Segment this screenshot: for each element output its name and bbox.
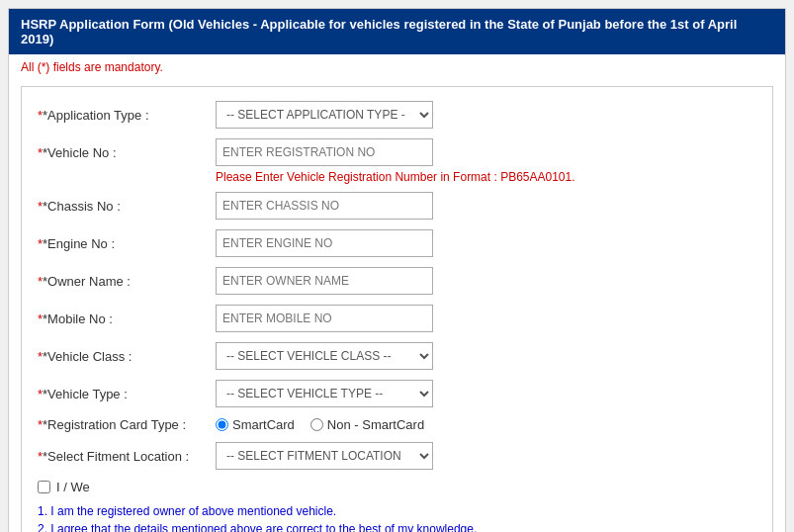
fitment-location-label: **Select Fitment Location : <box>38 449 216 464</box>
vehicle-no-label: **Vehicle No : <box>38 145 216 160</box>
reg-card-radio-group: SmartCard Non - SmartCard <box>216 417 424 432</box>
vehicle-hint: Please Enter Vehicle Registration Number… <box>216 170 756 184</box>
iwe-checkbox[interactable] <box>38 481 50 493</box>
fitment-location-select[interactable]: -- SELECT FITMENT LOCATION <box>216 442 433 470</box>
engine-no-label: **Engine No : <box>38 236 216 251</box>
smartcard-radio[interactable] <box>216 418 228 431</box>
non-smartcard-label: Non - SmartCard <box>327 417 424 432</box>
application-type-row: **Application Type : -- SELECT APPLICATI… <box>38 101 756 129</box>
vehicle-no-row: **Vehicle No : <box>38 138 756 166</box>
page-wrapper: HSRP Application Form (Old Vehicles - Ap… <box>8 8 786 532</box>
vehicle-class-row: **Vehicle Class : -- SELECT VEHICLE CLAS… <box>38 342 756 370</box>
iwe-checkbox-row: I / We <box>38 480 756 494</box>
non-smartcard-radio[interactable] <box>310 418 323 431</box>
owner-name-row: **Owner Name : <box>38 267 756 295</box>
vehicle-type-select[interactable]: -- SELECT VEHICLE TYPE -- <box>216 380 433 407</box>
mobile-no-label: **Mobile No : <box>38 311 216 326</box>
terms-item-1: 1. I am the registered owner of above me… <box>38 504 756 518</box>
smartcard-label: SmartCard <box>232 417 295 432</box>
fitment-location-row: **Select Fitment Location : -- SELECT FI… <box>38 442 756 470</box>
engine-no-row: **Engine No : <box>38 229 756 257</box>
smartcard-option[interactable]: SmartCard <box>216 417 295 432</box>
vehicle-type-label: **Vehicle Type : <box>38 387 216 401</box>
vehicle-no-input[interactable] <box>216 138 433 166</box>
vehicle-type-row: **Vehicle Type : -- SELECT VEHICLE TYPE … <box>38 380 756 407</box>
owner-name-input[interactable] <box>216 267 433 295</box>
chassis-no-row: **Chassis No : <box>38 192 756 220</box>
application-type-label: **Application Type : <box>38 108 216 123</box>
application-type-select[interactable]: -- SELECT APPLICATION TYPE - <box>216 101 433 129</box>
reg-card-type-row: **Registration Card Type : SmartCard Non… <box>38 417 756 432</box>
engine-no-input[interactable] <box>216 229 433 257</box>
mobile-no-row: **Mobile No : <box>38 305 756 332</box>
chassis-no-input[interactable] <box>216 192 433 220</box>
page-header: HSRP Application Form (Old Vehicles - Ap… <box>9 9 785 54</box>
terms-section: 1. I am the registered owner of above me… <box>38 504 756 532</box>
chassis-no-label: **Chassis No : <box>38 199 216 214</box>
mobile-no-input[interactable] <box>216 305 433 332</box>
reg-card-type-label: **Registration Card Type : <box>38 417 216 432</box>
form-container: **Application Type : -- SELECT APPLICATI… <box>21 86 773 532</box>
mandatory-note: All (*) fields are mandatory. <box>9 54 785 78</box>
non-smartcard-option[interactable]: Non - SmartCard <box>310 417 424 432</box>
iwe-label: I / We <box>56 480 90 494</box>
terms-item-2: 2. I agree that the details mentioned ab… <box>38 522 756 532</box>
owner-name-label: **Owner Name : <box>38 274 216 289</box>
header-title: HSRP Application Form (Old Vehicles - Ap… <box>21 17 737 46</box>
vehicle-class-label: **Vehicle Class : <box>38 349 216 364</box>
vehicle-class-select[interactable]: -- SELECT VEHICLE CLASS -- <box>216 342 433 370</box>
